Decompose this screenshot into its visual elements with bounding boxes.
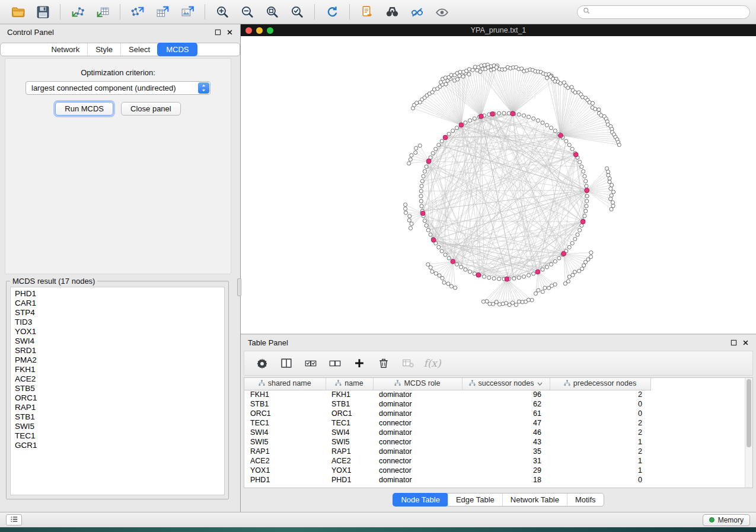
column-header-shared-name[interactable]: shared name bbox=[244, 378, 326, 390]
zoom-selected-button[interactable] bbox=[285, 2, 309, 22]
mcds-result-item[interactable]: ORC1 bbox=[15, 393, 224, 403]
table-row[interactable]: TEC1TEC1connector472 bbox=[244, 418, 650, 428]
save-session-button[interactable] bbox=[31, 2, 55, 22]
find-button[interactable] bbox=[380, 2, 404, 22]
refresh-button[interactable] bbox=[320, 2, 344, 22]
table-cell[interactable]: connector bbox=[373, 466, 462, 475]
table-cell[interactable]: 1 bbox=[550, 466, 650, 475]
mcds-result-item[interactable]: SWI4 bbox=[15, 336, 224, 346]
table-cell[interactable]: PHD1 bbox=[244, 475, 326, 485]
settings-gear-button[interactable] bbox=[253, 354, 272, 373]
table-cell[interactable]: STB1 bbox=[326, 399, 373, 409]
table-cell[interactable]: PHD1 bbox=[326, 475, 373, 485]
table-row[interactable]: STB1STB1dominator620 bbox=[244, 399, 650, 409]
deselect-all-button[interactable] bbox=[326, 354, 344, 373]
mcds-result-item[interactable]: FKH1 bbox=[15, 365, 224, 374]
import-network-button[interactable] bbox=[66, 2, 90, 22]
tab-select[interactable]: Select bbox=[120, 43, 158, 56]
table-cell[interactable]: 29 bbox=[462, 466, 550, 475]
table-cell[interactable]: 43 bbox=[462, 437, 550, 447]
mcds-result-item[interactable]: YOX1 bbox=[15, 327, 224, 336]
export-table-button[interactable] bbox=[151, 2, 174, 22]
table-cell[interactable]: 96 bbox=[462, 390, 550, 399]
table-cell[interactable]: 0 bbox=[550, 409, 650, 418]
tab-network-table[interactable]: Network Table bbox=[502, 493, 567, 506]
table-row[interactable]: ORC1ORC1dominator610 bbox=[244, 409, 650, 418]
table-cell[interactable]: 47 bbox=[462, 418, 550, 428]
table-cell[interactable]: TEC1 bbox=[244, 418, 326, 428]
table-cell[interactable]: 35 bbox=[462, 447, 550, 456]
float-table-panel-icon[interactable] bbox=[731, 339, 737, 346]
table-cell[interactable]: connector bbox=[373, 437, 462, 447]
show-columns-button[interactable] bbox=[277, 354, 296, 373]
table-cell[interactable]: connector bbox=[373, 456, 462, 466]
table-scrollbar-thumb[interactable] bbox=[747, 379, 751, 447]
memory-button[interactable]: Memory bbox=[703, 514, 750, 526]
table-row[interactable]: FKH1FKH1dominator962 bbox=[244, 390, 650, 399]
table-cell[interactable]: dominator bbox=[373, 475, 462, 485]
table-cell[interactable]: FKH1 bbox=[244, 390, 326, 399]
table-cell[interactable]: YOX1 bbox=[244, 466, 326, 475]
zoom-out-button[interactable] bbox=[235, 2, 259, 22]
table-cell[interactable]: 1 bbox=[550, 456, 650, 466]
table-row[interactable]: ACE2ACE2connector311 bbox=[244, 456, 650, 466]
mcds-result-item[interactable]: STB1 bbox=[15, 412, 224, 422]
table-cell[interactable]: TEC1 bbox=[326, 418, 373, 428]
table-row[interactable]: RAP1RAP1dominator352 bbox=[244, 447, 650, 456]
export-network-button[interactable] bbox=[126, 2, 149, 22]
search-input[interactable] bbox=[594, 8, 744, 17]
table-cell[interactable]: dominator bbox=[373, 390, 462, 399]
mcds-result-item[interactable]: ACE2 bbox=[15, 374, 224, 384]
zoom-fit-button[interactable] bbox=[260, 2, 284, 22]
column-header-successor-nodes[interactable]: successor nodes bbox=[462, 378, 550, 390]
table-cell[interactable]: RAP1 bbox=[244, 447, 326, 456]
table-cell[interactable]: 46 bbox=[462, 428, 550, 437]
table-cell[interactable]: SWI5 bbox=[244, 437, 326, 447]
share-document-button[interactable] bbox=[355, 2, 379, 22]
table-cell[interactable]: dominator bbox=[373, 428, 462, 437]
table-cell[interactable]: SWI5 bbox=[326, 437, 373, 447]
zoom-in-button[interactable] bbox=[210, 2, 234, 22]
table-row[interactable]: PHD1PHD1dominator180 bbox=[244, 475, 650, 485]
table-cell[interactable]: 2 bbox=[550, 447, 650, 456]
mcds-result-item[interactable]: STP4 bbox=[15, 308, 224, 318]
tab-style[interactable]: Style bbox=[87, 43, 120, 56]
column-header-mcds-role[interactable]: MCDS role bbox=[373, 378, 462, 390]
delete-row-button[interactable] bbox=[374, 354, 393, 373]
tab-mcds[interactable]: MCDS bbox=[157, 43, 197, 56]
tab-node-table[interactable]: Node Table bbox=[393, 493, 448, 507]
table-cell[interactable]: 1 bbox=[550, 437, 650, 447]
export-image-button[interactable] bbox=[176, 2, 199, 22]
select-all-button[interactable] bbox=[301, 354, 320, 373]
table-cell[interactable]: SWI4 bbox=[326, 428, 373, 437]
table-cell[interactable]: 0 bbox=[550, 475, 650, 485]
table-cell[interactable]: 18 bbox=[462, 475, 550, 485]
table-cell[interactable]: 62 bbox=[462, 399, 550, 409]
table-cell[interactable]: STB1 bbox=[244, 399, 326, 409]
mcds-result-item[interactable]: PMA2 bbox=[15, 355, 224, 365]
panel-splitter[interactable] bbox=[237, 278, 241, 296]
close-table-panel-icon[interactable] bbox=[742, 339, 749, 346]
window-minimize-icon[interactable] bbox=[256, 27, 263, 34]
table-cell[interactable]: 2 bbox=[550, 390, 650, 399]
search-box[interactable] bbox=[577, 5, 750, 19]
window-close-icon[interactable] bbox=[245, 27, 252, 34]
float-panel-icon[interactable] bbox=[215, 29, 221, 36]
table-cell[interactable]: YOX1 bbox=[326, 466, 373, 475]
run-mcds-button[interactable]: Run MCDS bbox=[55, 102, 113, 116]
table-cell[interactable]: dominator bbox=[373, 447, 462, 456]
window-maximize-icon[interactable] bbox=[267, 27, 273, 34]
table-cell[interactable]: RAP1 bbox=[326, 447, 373, 456]
mcds-result-item[interactable]: CAR1 bbox=[15, 299, 224, 308]
table-row[interactable]: SWI4SWI4dominator462 bbox=[244, 428, 650, 437]
table-row[interactable]: SWI5SWI5connector431 bbox=[244, 437, 650, 447]
tab-motifs[interactable]: Motifs bbox=[567, 493, 604, 506]
table-cell[interactable]: 2 bbox=[550, 428, 650, 437]
table-cell[interactable]: connector bbox=[373, 418, 462, 428]
table-cell[interactable]: dominator bbox=[373, 409, 462, 418]
mcds-result-item[interactable]: SWI5 bbox=[15, 422, 224, 431]
mcds-result-item[interactable]: TEC1 bbox=[15, 431, 224, 441]
table-cell[interactable]: ACE2 bbox=[244, 456, 326, 466]
add-row-button[interactable] bbox=[350, 354, 369, 373]
column-header-predecessor-nodes[interactable]: predecessor nodes bbox=[550, 378, 650, 390]
